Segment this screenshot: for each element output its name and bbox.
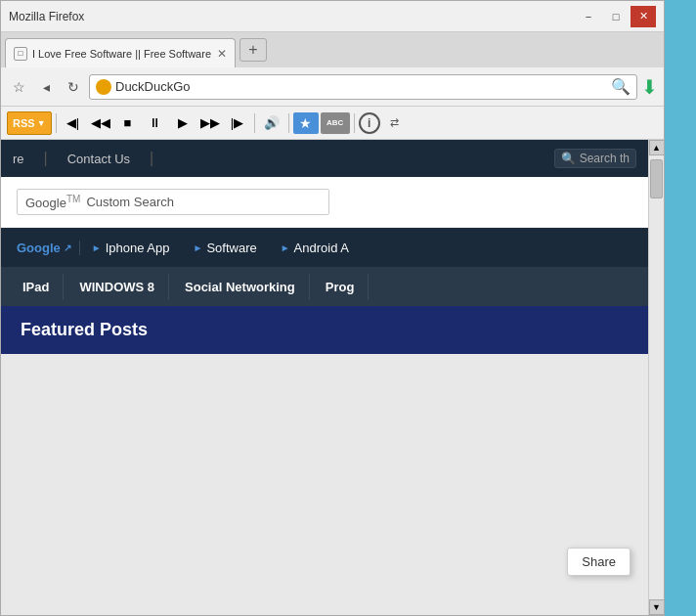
external-link-icon: ↗ [64, 242, 71, 253]
cat-item-android[interactable]: ► Android A [269, 228, 361, 267]
tab-favicon: □ [14, 47, 27, 61]
cat-arrow-3: ► [281, 242, 290, 253]
site-navbar: re | Contact Us | 🔍 Search th [1, 140, 648, 177]
google-logo: GoogleTM [25, 194, 80, 210]
back-button[interactable]: ◂ [34, 75, 58, 99]
play-button[interactable]: ▶ [170, 111, 196, 135]
toolbar-divider-1 [56, 113, 57, 133]
site-nav-item-1[interactable]: re [13, 152, 24, 166]
prev-track-button[interactable]: ◀| [61, 111, 86, 135]
tab-close-button[interactable]: ✕ [217, 47, 227, 61]
download-button[interactable]: ⬇ [641, 75, 658, 99]
toolbar-divider-4 [354, 113, 355, 133]
site-nav-sep-1: | [44, 150, 48, 167]
google-search-box[interactable]: GoogleTM Custom Search [17, 189, 329, 215]
site-nav-contact[interactable]: Contact Us [67, 152, 130, 166]
cat-arrow-2: ► [193, 242, 202, 253]
window-controls: − □ ✕ [576, 6, 656, 27]
window-title: Mozilla Firefox [9, 10, 576, 23]
close-button[interactable]: ✕ [631, 6, 656, 27]
toolbar-divider-2 [254, 113, 255, 133]
media-toolbar: RSS ▼ ◀| ◀◀ ■ ⏸ ▶ ▶▶ |▶ 🔊 ★ ABC i ⇄ [1, 107, 664, 140]
content-area: re | Contact Us | 🔍 Search th GoogleTM C… [1, 140, 664, 615]
site-search-placeholder: Search th [580, 152, 630, 165]
tab-bar: □ I Love Free Software || Free Software … [1, 32, 664, 67]
tag-prog[interactable]: Prog [312, 274, 370, 300]
rewind-button[interactable]: ◀◀ [88, 111, 113, 135]
scrollbar-track[interactable] [649, 155, 664, 599]
google-search-label: Custom Search [86, 195, 174, 209]
cat-label-android: Android A [294, 241, 349, 255]
fast-forward-button[interactable]: ▶▶ [197, 111, 223, 135]
site-search-box[interactable]: 🔍 Search th [554, 149, 636, 168]
site-content: Featured Posts Share [1, 306, 648, 615]
info-button[interactable]: i [359, 112, 380, 134]
site-nav-sep-2: | [150, 150, 153, 167]
google-search-area: GoogleTM Custom Search [1, 177, 648, 228]
featured-title: Featured Posts [21, 320, 148, 340]
featured-header: Featured Posts [1, 306, 648, 354]
cat-arrow-1: ► [92, 242, 102, 253]
site-icon [96, 79, 111, 95]
bookmark-button[interactable]: ☆ [7, 75, 30, 99]
star-button[interactable]: ★ [293, 112, 319, 134]
tag-windows8[interactable]: WINDOWS 8 [65, 274, 169, 300]
scroll-up-arrow[interactable]: ▲ [649, 140, 665, 155]
cat-logo[interactable]: Google ↗ [9, 241, 80, 255]
minimize-button[interactable]: − [576, 6, 601, 27]
tag-social[interactable]: Social Networking [171, 274, 310, 300]
cat-item-software[interactable]: ► Software [181, 228, 268, 267]
pause-button[interactable]: ⏸ [143, 111, 168, 135]
scrollbar-thumb[interactable] [650, 159, 663, 198]
address-text: DuckDuckGo [115, 79, 607, 94]
arrows-button[interactable]: ⇄ [382, 111, 408, 135]
tab-title: I Love Free Software || Free Software [32, 48, 211, 60]
refresh-button[interactable]: ↻ [62, 75, 85, 99]
title-bar: Mozilla Firefox − □ ✕ [1, 1, 664, 32]
search-icon: 🔍 [561, 152, 576, 165]
cat-item-iphone[interactable]: ► Iphone App [80, 228, 182, 267]
browser-window: Mozilla Firefox − □ ✕ □ I Love Free Soft… [0, 0, 665, 616]
maximize-button[interactable]: □ [603, 6, 629, 27]
category-nav: Google ↗ ► Iphone App ► Software ► Andro… [1, 228, 648, 267]
active-tab[interactable]: □ I Love Free Software || Free Software … [5, 38, 236, 67]
cat-label-iphone: Iphone App [106, 241, 170, 255]
volume-button[interactable]: 🔊 [259, 111, 284, 135]
cat-label-software: Software [206, 241, 256, 255]
stop-button[interactable]: ■ [115, 111, 141, 135]
address-search-button[interactable]: 🔍 [611, 77, 631, 96]
rss-button[interactable]: RSS ▼ [7, 111, 52, 135]
nav-bar: ☆ ◂ ↻ DuckDuckGo 🔍 ⬇ [1, 67, 664, 107]
scrollbar: ▲ ▼ [648, 140, 664, 615]
share-popup[interactable]: Share [567, 548, 631, 576]
address-bar[interactable]: DuckDuckGo 🔍 [89, 74, 637, 100]
tag-bar: IPad WINDOWS 8 Social Networking Prog [1, 267, 648, 306]
new-tab-button[interactable]: + [239, 38, 267, 62]
site-wrapper: re | Contact Us | 🔍 Search th GoogleTM C… [1, 140, 648, 615]
abc-button[interactable]: ABC [321, 112, 350, 134]
tag-ipad[interactable]: IPad [9, 274, 64, 300]
toolbar-divider-3 [288, 113, 289, 133]
next-track-button[interactable]: |▶ [225, 111, 250, 135]
share-label: Share [582, 554, 616, 569]
scroll-down-arrow[interactable]: ▼ [649, 599, 665, 615]
